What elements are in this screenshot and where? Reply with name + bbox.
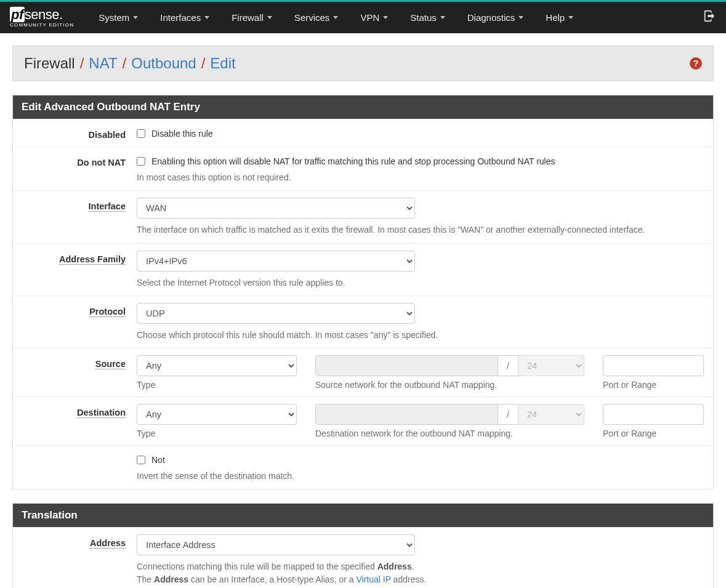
destination-port-input[interactable] bbox=[603, 404, 704, 425]
nav-label: VPN bbox=[360, 12, 379, 23]
breadcrumb-nat[interactable]: NAT bbox=[89, 55, 117, 72]
breadcrumb: Firewall / NAT / Outbound / Edit bbox=[24, 55, 236, 72]
source-net-hint: Source network for the outbound NAT mapp… bbox=[315, 380, 584, 390]
breadcrumb-separator: / bbox=[80, 55, 84, 72]
label-translation-address: Address bbox=[22, 534, 137, 548]
destination-cidr-select: 24 bbox=[518, 404, 584, 425]
logout-button[interactable] bbox=[703, 9, 716, 26]
source-type-select[interactable]: Any bbox=[137, 355, 297, 376]
destination-net-hint: Destination network for the outbound NAT… bbox=[315, 429, 584, 438]
row-disabled: Disabled Disable this rule bbox=[13, 119, 713, 147]
label-protocol: Protocol bbox=[22, 303, 137, 316]
addressfamily-select[interactable]: IPv4+IPv6 bbox=[137, 251, 415, 272]
source-network-input bbox=[315, 355, 498, 376]
panel-edit-nat: Edit Advanced Outbound NAT Entry Disable… bbox=[12, 95, 714, 489]
destination-type-hint: Type bbox=[137, 429, 297, 438]
brand-subtitle: COMMUNITY EDITION bbox=[10, 23, 74, 28]
source-type-hint: Type bbox=[137, 380, 297, 390]
caret-down-icon bbox=[518, 16, 523, 19]
interface-select[interactable]: WAN bbox=[137, 198, 415, 219]
destination-port-hint: Port or Range bbox=[603, 429, 704, 438]
panel-heading-translation: Translation bbox=[13, 504, 713, 527]
nav-label: Status bbox=[410, 12, 437, 23]
nav-label: Interfaces bbox=[160, 12, 201, 23]
label-donotnat: Do not NAT bbox=[22, 154, 137, 167]
destination-type-select[interactable]: Any bbox=[137, 404, 297, 425]
breadcrumb-separator: / bbox=[201, 55, 206, 72]
nav-interfaces[interactable]: Interfaces bbox=[150, 4, 219, 31]
nav-system[interactable]: System bbox=[89, 4, 148, 31]
donotnat-checkbox[interactable] bbox=[137, 157, 145, 166]
row-translation-address: Address Interface Address Connections ma… bbox=[13, 527, 713, 588]
content-area: Firewall / NAT / Outbound / Edit ? Edit … bbox=[0, 33, 726, 588]
translation-address-help: Connections matching this rule will be m… bbox=[137, 560, 704, 586]
page-help-button[interactable]: ? bbox=[690, 57, 702, 70]
navbar: pfsense. COMMUNITY EDITION System Interf… bbox=[0, 2, 726, 33]
label-interface: Interface bbox=[22, 198, 137, 211]
row-donotnat: Do not NAT Enabling this option will dis… bbox=[13, 147, 713, 190]
brand-logo[interactable]: pfsense. COMMUNITY EDITION bbox=[10, 8, 74, 28]
row-source: Source Any Type / 24 Source network for … bbox=[13, 348, 713, 397]
breadcrumb-root: Firewall bbox=[24, 55, 75, 72]
nav-firewall[interactable]: Firewall bbox=[222, 4, 282, 31]
nav-help[interactable]: Help bbox=[536, 4, 583, 31]
brand-pf: pf bbox=[10, 7, 25, 22]
source-slash: / bbox=[498, 355, 518, 376]
caret-down-icon bbox=[267, 16, 272, 19]
destination-slash: / bbox=[498, 404, 518, 425]
donotnat-help: In most cases this option is not require… bbox=[137, 171, 704, 183]
breadcrumb-separator: / bbox=[123, 55, 127, 72]
breadcrumb-edit[interactable]: Edit bbox=[210, 55, 235, 72]
nav-menu: System Interfaces Firewall Services VPN … bbox=[89, 4, 703, 31]
brand-sense: sense bbox=[25, 7, 59, 22]
nav-label: Services bbox=[294, 12, 330, 23]
nav-vpn[interactable]: VPN bbox=[350, 4, 398, 31]
not-checkbox[interactable] bbox=[137, 456, 145, 464]
caret-down-icon bbox=[204, 16, 209, 19]
nav-status[interactable]: Status bbox=[400, 4, 455, 31]
virtual-ip-link[interactable]: Virtual IP bbox=[356, 574, 390, 584]
row-protocol: Protocol UDP Choose which protocol this … bbox=[13, 296, 713, 348]
source-port-hint: Port or Range bbox=[603, 380, 704, 390]
nav-label: Help bbox=[546, 12, 565, 23]
label-not-empty bbox=[22, 453, 137, 456]
logout-icon bbox=[703, 9, 716, 23]
row-destination: Destination Any Type / 24 Destination ne… bbox=[13, 397, 713, 445]
row-interface: Interface WAN The interface on which tra… bbox=[13, 190, 713, 243]
nav-label: Diagnostics bbox=[467, 12, 515, 23]
breadcrumb-bar: Firewall / NAT / Outbound / Edit ? bbox=[12, 46, 714, 81]
brand-dot: . bbox=[59, 7, 63, 22]
disabled-checkbox[interactable] bbox=[137, 129, 145, 138]
source-cidr-select: 24 bbox=[518, 355, 584, 376]
translation-address-select[interactable]: Interface Address bbox=[137, 534, 415, 555]
donotnat-text: Enabling this option will disable NAT fo… bbox=[151, 156, 555, 166]
breadcrumb-outbound[interactable]: Outbound bbox=[131, 55, 196, 72]
source-port-input[interactable] bbox=[603, 355, 704, 376]
caret-down-icon bbox=[568, 16, 573, 19]
disabled-text: Disable this rule bbox=[151, 129, 213, 139]
row-addressfamily: Address Family IPv4+IPv6 Select the Inte… bbox=[13, 243, 713, 296]
addressfamily-help: Select the Internet Protocol version thi… bbox=[137, 276, 704, 289]
label-disabled: Disabled bbox=[22, 126, 137, 140]
not-help: Invert the sense of the destination matc… bbox=[137, 470, 704, 482]
caret-down-icon bbox=[333, 16, 338, 19]
destination-network-input bbox=[315, 404, 498, 425]
nav-diagnostics[interactable]: Diagnostics bbox=[458, 4, 534, 31]
label-destination: Destination bbox=[22, 404, 137, 417]
interface-help: The interface on which traffic is matche… bbox=[137, 224, 704, 236]
panel-translation: Translation Address Interface Address Co… bbox=[12, 503, 714, 588]
label-addressfamily: Address Family bbox=[22, 251, 137, 264]
nav-label: System bbox=[99, 12, 129, 23]
protocol-help: Choose which protocol this rule should m… bbox=[137, 329, 704, 341]
label-source: Source bbox=[22, 355, 137, 369]
caret-down-icon bbox=[133, 16, 138, 19]
nav-services[interactable]: Services bbox=[284, 4, 349, 31]
caret-down-icon bbox=[383, 16, 388, 19]
nav-label: Firewall bbox=[232, 12, 264, 23]
not-text: Not bbox=[151, 455, 165, 465]
caret-down-icon bbox=[440, 16, 445, 19]
protocol-select[interactable]: UDP bbox=[137, 303, 415, 324]
row-not: Not Invert the sense of the destination … bbox=[13, 445, 713, 489]
panel-heading: Edit Advanced Outbound NAT Entry bbox=[13, 95, 713, 119]
